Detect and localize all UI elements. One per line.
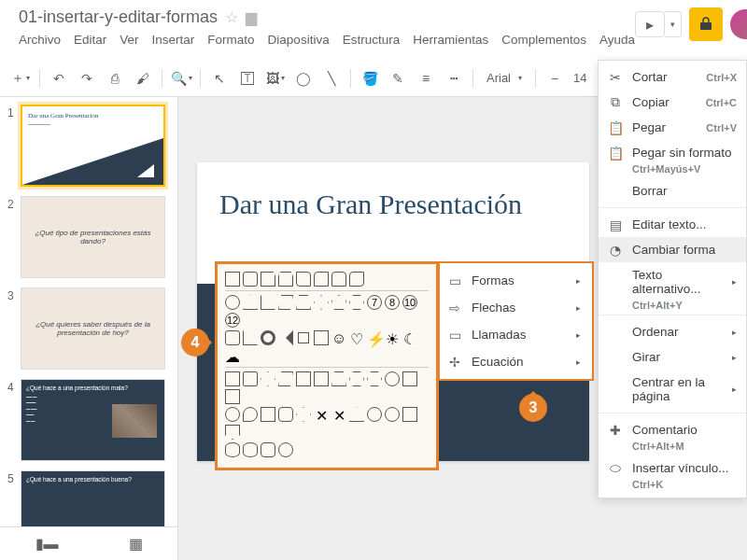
submenu-shapes[interactable]: ▭Formas▸ — [440, 267, 592, 294]
textbox-tool[interactable]: 🅃 — [234, 65, 261, 91]
undo-button[interactable]: ↶ — [46, 65, 72, 91]
image-tool[interactable]: 🖼▾ — [262, 65, 289, 91]
shape-round-diag[interactable] — [349, 272, 364, 287]
shape-a12[interactable] — [225, 389, 240, 404]
new-slide-button[interactable]: ＋▾ — [7, 65, 34, 91]
menu-view[interactable]: Ver — [120, 33, 138, 47]
shape-a6[interactable] — [314, 371, 329, 386]
font-size-dec[interactable]: − — [542, 65, 568, 91]
filmstrip-view-icon[interactable]: ▮▬ — [35, 535, 59, 553]
menu-addons[interactable]: Complementos — [501, 33, 586, 47]
ctx-copy[interactable]: ⧉CopiarCtrl+C — [599, 90, 746, 115]
redo-button[interactable]: ↷ — [74, 65, 100, 91]
shape-a11[interactable] — [402, 371, 417, 386]
shape-smiley[interactable]: ☺ — [331, 330, 346, 345]
shape-frame[interactable] — [296, 330, 311, 345]
shape-a7[interactable] — [331, 371, 346, 386]
shape-b9[interactable] — [367, 407, 382, 422]
border-weight-button[interactable]: ≡ — [413, 65, 439, 91]
ctx-center[interactable]: Centrar en la página▸ — [599, 370, 746, 409]
zoom-button[interactable]: 🔍▾ — [168, 65, 194, 91]
shape-c3[interactable] — [261, 442, 275, 457]
shape-c4[interactable] — [278, 442, 293, 457]
shape-a9[interactable] — [367, 371, 382, 386]
shape-a2[interactable] — [243, 371, 258, 386]
shape-b12[interactable] — [225, 425, 240, 440]
shape-triangle[interactable] — [243, 295, 258, 310]
shape-b8[interactable] — [349, 407, 364, 422]
shape-round2[interactable] — [331, 272, 346, 287]
print-button[interactable]: ⎙ — [102, 65, 128, 91]
shape-x1[interactable] — [225, 330, 240, 345]
shape-round1[interactable] — [314, 272, 329, 287]
shape-pentagon[interactable] — [331, 295, 346, 310]
menu-file[interactable]: Archivo — [19, 33, 61, 47]
move-folder-icon[interactable]: ▆ — [246, 8, 257, 26]
shape-b4[interactable] — [278, 407, 293, 422]
shape-b2[interactable] — [243, 407, 258, 422]
shape-c1[interactable] — [225, 442, 240, 457]
menu-arrange[interactable]: Estructura — [343, 33, 401, 47]
slide-title-text[interactable]: Dar una Gran Presentación — [197, 162, 589, 230]
font-selector[interactable]: Arial▾ — [479, 71, 529, 85]
ctx-edit-text[interactable]: ▤Editar texto... — [599, 212, 746, 237]
shape-a5[interactable] — [296, 371, 311, 386]
shape-rect[interactable] — [225, 272, 240, 287]
menu-edit[interactable]: Editar — [74, 33, 106, 47]
slide-thumbnail-4[interactable]: ¿Qué hace a una presentación mala? ━━━ ━… — [21, 379, 165, 461]
ctx-link[interactable]: ⬭Insertar vínculo... — [599, 455, 746, 481]
shape-diamond[interactable] — [314, 295, 329, 310]
slide-thumbnail-1[interactable]: Dar una Gran Presentación ━━━━━━━━━━━━ — [21, 105, 165, 187]
ctx-order[interactable]: Ordenar▸ — [599, 319, 746, 344]
shape-pie[interactable] — [278, 330, 293, 345]
shape-hexagon[interactable] — [349, 295, 364, 310]
shape-a3[interactable] — [261, 371, 275, 386]
ctx-comment[interactable]: ✚Comentario — [599, 417, 746, 442]
ctx-change-shape[interactable]: ◔Cambiar forma — [599, 237, 746, 262]
shape-sun[interactable]: ☀ — [385, 330, 400, 345]
menu-format[interactable]: Formato — [207, 33, 254, 47]
shape-num7[interactable]: 7 — [367, 295, 382, 310]
shape-snip1[interactable] — [261, 272, 275, 287]
ctx-cut[interactable]: ✂CortarCtrl+X — [599, 64, 746, 90]
shape-a10[interactable] — [385, 371, 400, 386]
font-size[interactable]: 14 — [570, 71, 590, 85]
shape-b11[interactable] — [402, 407, 417, 422]
shape-num8[interactable]: 8 — [385, 295, 400, 310]
shape-heart[interactable]: ♡ — [349, 330, 364, 345]
shape-c2[interactable] — [243, 442, 258, 457]
shape-snip2[interactable] — [278, 272, 293, 287]
ctx-alt-text[interactable]: Texto alternativo...▸ — [599, 262, 746, 301]
shape-trapezoid[interactable] — [296, 295, 311, 310]
select-tool[interactable]: ↖ — [206, 65, 233, 91]
shape-b10[interactable] — [385, 407, 400, 422]
shape-bolt[interactable]: ⚡ — [367, 330, 382, 345]
border-dash-button[interactable]: ┅ — [441, 65, 467, 91]
grid-view-icon[interactable]: ▦ — [129, 535, 143, 553]
menu-insert[interactable]: Insertar — [152, 33, 195, 47]
shape-cloud[interactable]: ☁ — [225, 348, 240, 363]
shape-L[interactable] — [314, 330, 329, 345]
shape-b5[interactable] — [296, 407, 311, 422]
menu-slide[interactable]: Diapositiva — [268, 33, 330, 47]
slide-thumbnail-2[interactable]: ¿Qué tipo de presentaciones estás dando? — [21, 196, 165, 278]
line-tool[interactable]: ╲ — [318, 65, 345, 91]
present-button[interactable]: ▸ — [635, 11, 665, 37]
ctx-paste[interactable]: 📋PegarCtrl+V — [599, 115, 746, 140]
submenu-arrows[interactable]: ⇨Flechas▸ — [440, 294, 592, 321]
shape-b6[interactable]: ✕ — [314, 407, 329, 422]
shape-a1[interactable] — [225, 371, 240, 386]
shape-rt-triangle[interactable] — [261, 295, 275, 310]
shape-rounded-rect[interactable] — [243, 272, 258, 287]
shape-parallelogram[interactable] — [278, 295, 293, 310]
share-button[interactable] — [689, 7, 723, 41]
shape-num10[interactable]: 10 — [402, 295, 417, 310]
menu-help[interactable]: Ayuda — [599, 33, 635, 47]
paint-format-button[interactable]: 🖌 — [130, 65, 156, 91]
shape-donut[interactable] — [261, 330, 275, 345]
ctx-delete[interactable]: Borrar — [599, 178, 746, 203]
slide-thumbnail-3[interactable]: ¿Qué quieres saber después de la present… — [21, 287, 165, 370]
menu-tools[interactable]: Herramientas — [413, 33, 488, 47]
shape-a8[interactable] — [349, 371, 364, 386]
shape-snip-diag[interactable] — [296, 272, 311, 287]
